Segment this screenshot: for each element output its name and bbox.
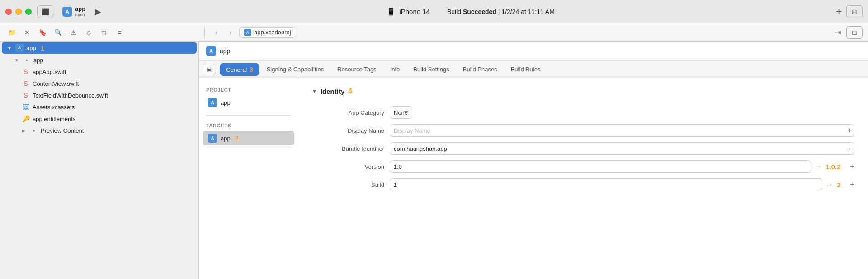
tab-signing-capabilities[interactable]: Signing & Capabilities [260,63,330,75]
bookmark-button[interactable]: 🔖 [36,27,49,38]
search-icon: 🔍 [54,29,62,36]
back-nav-button[interactable]: ‹ [210,27,222,38]
scheme-icon: A [62,7,72,17]
folder-view-button[interactable]: 📁 [5,27,18,38]
inspector-toggle-button[interactable]: ▣ [203,64,215,75]
test-icon: ◻ [101,29,107,36]
display-name-add-button[interactable]: + [848,126,852,135]
main-layout: ▼ A app 1 ▼ ▪ app S appApp.swift S Conte… [0,42,868,279]
minimize-button[interactable] [15,9,22,15]
sidebar-item-label: TextFieldWithDebounce.swift [33,92,108,99]
sidebar-item-app-entitlements[interactable]: 🔑 app.entitlements [2,113,197,124]
report-button[interactable]: ≡ [113,27,126,38]
display-name-input[interactable] [390,124,854,137]
source-control-icon: ✕ [24,29,30,36]
project-icon: A [15,44,24,52]
panel-target-item[interactable]: A app 2 [203,131,294,145]
tab-resource-tags[interactable]: Resource Tags [331,63,382,75]
tab-general[interactable]: General 3 [220,63,259,76]
add-button[interactable]: + [836,6,842,18]
report-icon: ≡ [118,29,121,36]
project-header: A app [199,42,868,61]
form-row-build: Build → 2 + [312,178,854,191]
disclosure-arrow-icon: ▼ [14,58,20,63]
toolbar-right-buttons: ⇥ ⊟ [832,26,863,39]
title-bar: ⬛ A app main ▶ 📱 iPhone 14 Build Succeed… [0,0,868,23]
version-add-button[interactable]: + [849,162,854,172]
project-header-name: app [220,47,230,55]
identity-section-header: ▼ Identity 4 [312,87,854,99]
version-input[interactable] [390,160,811,173]
tab-build-rules[interactable]: Build Rules [505,63,547,75]
device-icon: 📱 [387,7,396,16]
app-category-select[interactable]: None [390,106,412,119]
warning-icon: ⚠ [71,29,76,36]
collapse-arrow-icon[interactable]: ▼ [312,88,317,94]
sidebar-toggle-icon: ⬛ [42,8,49,15]
project-header-icon: A [206,46,216,56]
toolbar-row: 📁 ✕ 🔖 🔍 ⚠ ◇ ◻ ≡ ‹ › A [0,23,868,42]
search-button[interactable]: 🔍 [52,27,64,38]
build-status: Build Succeeded | 1/2/24 at 11:11 AM [447,8,555,15]
folder-icon: ▪ [23,56,31,64]
sidebar-item-label: app [33,57,43,64]
folder-icon: ▪ [30,127,38,134]
forward-nav-button[interactable]: › [225,27,236,38]
folder-view-icon: 📁 [8,29,16,36]
title-center: 📱 iPhone 14 Build Succeeded | 1/2/24 at … [111,7,830,16]
title-right: + ⊟ [836,5,863,18]
version-new-value: 1.0.2 [826,163,840,171]
build-input[interactable] [390,178,822,191]
main-toolbar: ‹ › A app.xcodeproj ⇥ ⊟ [204,26,863,39]
test-button[interactable]: ◻ [98,27,110,38]
tab-build-phases[interactable]: Build Phases [457,63,504,75]
bundle-id-arrow-button[interactable]: → [845,145,852,152]
source-control-button[interactable]: ✕ [21,27,33,38]
form-row-bundle-id: Bundle Identifier → [312,142,854,155]
bookmark-icon: 🔖 [39,29,47,36]
version-arrow-icon: → [815,163,822,171]
disclosure-arrow-icon: ▼ [7,46,13,51]
run-button[interactable]: ▶ [91,5,105,18]
sidebar-toggle-button[interactable]: ⬛ [37,5,53,18]
breakpoint-button[interactable]: ◇ [82,27,95,38]
maximize-button[interactable] [25,9,32,15]
close-button[interactable] [5,9,12,15]
warning-button[interactable]: ⚠ [67,27,80,38]
inspector-right-button[interactable]: ⇥ [832,27,844,38]
display-name-input-wrapper: + [390,124,854,137]
split-view-button[interactable]: ⊟ [846,5,863,18]
assets-icon: 🖼 [22,103,30,111]
panel-project-icon: A [208,98,217,107]
traffic-lights [5,9,32,15]
breadcrumb-label: app.xcodeproj [254,29,291,36]
sidebar-item-app-group[interactable]: ▼ ▪ app [2,55,197,65]
sidebar-item-contentview-swift[interactable]: S ContentView.swift [2,78,197,89]
swift-icon: S [22,92,30,99]
sidebar-item-preview-content[interactable]: ▶ ▪ Preview Content [2,125,197,136]
sidebar-item-label: ContentView.swift [33,80,79,87]
build-new-value: 2 [837,181,840,189]
sidebar-item-textfieldwithdebounce-swift[interactable]: S TextFieldWithDebounce.swift [2,90,197,101]
panel-target-icon: A [208,134,217,143]
sidebar-item-appapp-swift[interactable]: S appApp.swift [2,66,197,77]
tab-build-settings[interactable]: Build Settings [407,63,456,75]
entitlements-icon: 🔑 [22,115,30,122]
tab-info[interactable]: Info [384,63,406,75]
sidebar-item-label: app [26,45,36,51]
sidebar-toolbar: 📁 ✕ 🔖 🔍 ⚠ ◇ ◻ ≡ [5,27,204,38]
build-input-wrapper: → 2 [390,178,840,191]
panel-project-item[interactable]: A app [203,95,294,110]
swift-icon: S [22,80,30,87]
sidebar-item-assets-xcassets[interactable]: 🖼 Assets.xcassets [2,102,197,112]
build-add-button[interactable]: + [849,180,854,190]
project-section-label: PROJECT [199,85,298,94]
assistant-editor-button[interactable]: ⊟ [846,26,863,39]
sidebar: ▼ A app 1 ▼ ▪ app S appApp.swift S Conte… [0,42,199,279]
display-name-label: Display Name [312,127,384,134]
sidebar-item-app-project[interactable]: ▼ A app 1 [2,42,197,54]
scheme-branch: main [75,12,85,18]
bundle-id-input-wrapper: → [390,142,854,155]
bundle-id-input[interactable] [390,142,854,155]
breadcrumb-tab[interactable]: A app.xcodeproj [239,27,296,38]
